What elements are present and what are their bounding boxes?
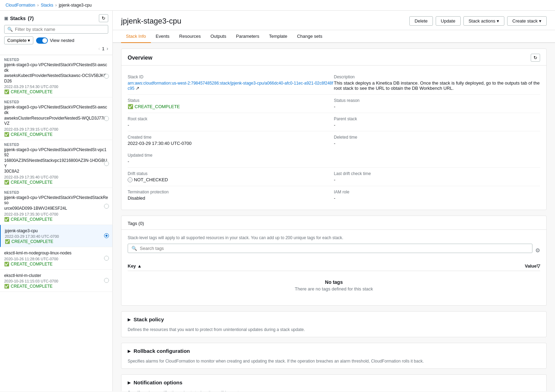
sort-icon[interactable]: ▲ — [137, 263, 142, 269]
tab-template[interactable]: Template — [264, 30, 292, 43]
page-header: jpjenk-stage3-cpu Delete Update Stack ac… — [113, 11, 555, 30]
overview-header: Overview ↻ — [121, 49, 546, 66]
collapse-icon[interactable]: ▣ — [4, 16, 8, 21]
iam-role-label: IAM role — [334, 190, 540, 194]
sidebar-search-input[interactable] — [15, 27, 105, 32]
tab-events[interactable]: Events — [151, 30, 174, 43]
stack-list-item[interactable]: eksctl-kml-m-nodegroup-linux-nodes2020-1… — [0, 247, 112, 270]
tab-stack-info[interactable]: Stack Info — [121, 30, 151, 43]
stack-list-item[interactable]: NESTEDjpjenk-stage3-cpu-VPCNestedStackVP… — [0, 55, 112, 97]
notification-title: Notification options — [134, 380, 182, 385]
tags-section: Tags (0) Stack-level tags will apply to … — [121, 216, 547, 306]
stack-name: jpjenk-stage3-cpu — [5, 228, 108, 234]
stack-actions-button[interactable]: Stack actions ▾ — [463, 16, 504, 26]
stack-list-item[interactable]: jpjenk-stage3-cpu2022-03-29 17:30:40 UTC… — [0, 225, 112, 247]
external-link-icon: ↗ — [136, 86, 139, 91]
tab-change-sets[interactable]: Change sets — [292, 30, 327, 43]
root-stack-value: - — [128, 122, 334, 128]
update-button[interactable]: Update — [436, 16, 461, 26]
tags-key-column: Key ▲ — [128, 263, 334, 269]
overview-refresh-button[interactable]: ↻ — [531, 54, 540, 62]
main-content: jpjenk-stage3-cpu Delete Update Stack ac… — [113, 11, 555, 391]
chevron-down-icon: ▾ — [28, 38, 30, 43]
stack-list-item[interactable]: NESTEDjpjenk-stage3-cpu-VPCNestedStackVP… — [0, 188, 112, 225]
stack-id-cell: Stack ID arn:aws:cloudformation:us-west-… — [128, 71, 334, 94]
parent-stack-label: Parent stack — [334, 116, 540, 121]
content-area: Overview ↻ Stack ID arn:aws:cloudformati… — [113, 43, 555, 391]
tags-empty-state: No tags There are no tags defined for th… — [128, 271, 540, 300]
settings-icon[interactable]: ⚙ — [535, 247, 540, 254]
tab-resources[interactable]: Resources — [174, 30, 206, 43]
create-stack-label: Create stack — [512, 18, 538, 24]
rollback-header[interactable]: ▶ Rollback configuration — [121, 343, 546, 359]
sort-down-icon[interactable]: ▽ — [537, 263, 540, 269]
page-number: 1 — [102, 46, 104, 51]
chevron-down-icon: ▾ — [539, 18, 541, 24]
stack-radio[interactable] — [104, 233, 109, 238]
tags-description: Stack-level tags will apply to all suppo… — [128, 235, 540, 240]
chevron-right-icon: ▶ — [128, 349, 131, 354]
stack-radio[interactable] — [104, 161, 109, 166]
stack-status: ✅ CREATE_COMPLETE — [4, 217, 108, 222]
stack-radio[interactable] — [104, 74, 109, 79]
breadcrumb-stacks[interactable]: Stacks — [41, 3, 53, 8]
stack-radio[interactable] — [104, 278, 109, 283]
complete-filter-button[interactable]: Complete ▾ — [4, 36, 33, 44]
breadcrumb-cloudformation[interactable]: CloudFormation — [6, 3, 35, 8]
overview-title: Overview — [128, 55, 152, 61]
nested-badge: NESTED — [4, 143, 108, 147]
stack-policy-header[interactable]: ▶ Stack policy — [121, 312, 546, 327]
status-label: Status — [128, 98, 334, 103]
updated-time-label: Updated time — [128, 153, 540, 158]
next-page-button[interactable]: › — [106, 46, 108, 51]
prev-page-button[interactable]: ‹ — [98, 46, 100, 51]
stack-name: eksctl-kml-m-cluster — [4, 273, 108, 279]
view-nested-label: View nested — [50, 38, 75, 43]
stack-timestamp: 2022-03-29 17:35:40 UTC-0700 — [4, 175, 108, 179]
sidebar: ▣ Stacks (7) ↻ 🔍 Complete ▾ — [0, 11, 113, 391]
sidebar-search-box[interactable]: 🔍 — [4, 25, 108, 34]
sidebar-title-row: ▣ Stacks (7) ↻ — [4, 14, 108, 22]
updated-time-cell: Updated time - — [128, 149, 540, 167]
tags-value-column: Value ▽ — [334, 263, 540, 269]
delete-button[interactable]: Delete — [409, 16, 433, 26]
iam-role-value: - — [334, 195, 540, 201]
stack-name: jpjenk-stage3-cpu-VPCNestedStackVPCNeste… — [4, 147, 108, 174]
stack-id-link[interactable]: arn:aws:cloudformation:us-west-2:7984574… — [128, 81, 333, 91]
tags-search-input[interactable] — [140, 246, 529, 251]
search-icon: 🔍 — [7, 27, 13, 32]
notification-header[interactable]: ▶ Notification options — [121, 375, 546, 390]
last-drift-value: - — [334, 177, 540, 182]
nested-badge: NESTED — [4, 58, 108, 62]
stack-list-item[interactable]: eksctl-kml-m-cluster2020-10-26 11:15:03 … — [0, 270, 112, 292]
stack-timestamp: 2022-03-29 17:35:30 UTC-0700 — [4, 212, 108, 216]
create-stack-button[interactable]: Create stack ▾ — [507, 16, 547, 26]
stack-radio[interactable] — [104, 256, 109, 261]
tab-parameters[interactable]: Parameters — [231, 30, 264, 43]
stack-id-value: arn:aws:cloudformation:us-west-2:7984574… — [128, 80, 334, 91]
tags-search-box[interactable]: 🔍 — [128, 244, 532, 253]
complete-label: Complete — [7, 38, 27, 43]
root-stack-label: Root stack — [128, 116, 334, 121]
check-circle-icon: ✅ — [4, 89, 9, 94]
stack-timestamp: 2020-10-26 11:28:06 UTC-0700 — [4, 257, 108, 261]
view-nested-toggle[interactable] — [36, 37, 48, 44]
stack-policy-title: Stack policy — [134, 316, 164, 322]
stack-name: eksctl-kml-m-nodegroup-linux-nodes — [4, 251, 108, 256]
stack-radio[interactable] — [104, 204, 109, 209]
toggle-row: View nested — [36, 37, 75, 44]
sidebar-refresh-button[interactable]: ↻ — [99, 14, 108, 22]
stack-status: ✅ CREATE_COMPLETE — [4, 284, 108, 289]
breadcrumb: CloudFormation › Stacks › jpjenk-stage3-… — [0, 0, 555, 11]
stack-list-item[interactable]: NESTEDjpjenk-stage3-cpu-VPCNestedStackVP… — [0, 140, 112, 188]
info-grid: Stack ID arn:aws:cloudformation:us-west-… — [128, 71, 540, 204]
stack-radio[interactable] — [104, 116, 109, 121]
stack-id-label: Stack ID — [128, 75, 334, 79]
status-cell: Status ✅ CREATE_COMPLETE — [128, 95, 334, 113]
tab-outputs[interactable]: Outputs — [206, 30, 231, 43]
tags-title: Tags (0) — [128, 221, 144, 226]
filter-row: Complete ▾ View nested — [4, 36, 108, 44]
stack-list: NESTEDjpjenk-stage3-cpu-VPCNestedStackVP… — [0, 55, 112, 391]
stack-list-item[interactable]: NESTEDjpjenk-stage3-cpu-VPCNestedStackVP… — [0, 97, 112, 140]
stack-status: ✅ CREATE_COMPLETE — [4, 132, 108, 137]
